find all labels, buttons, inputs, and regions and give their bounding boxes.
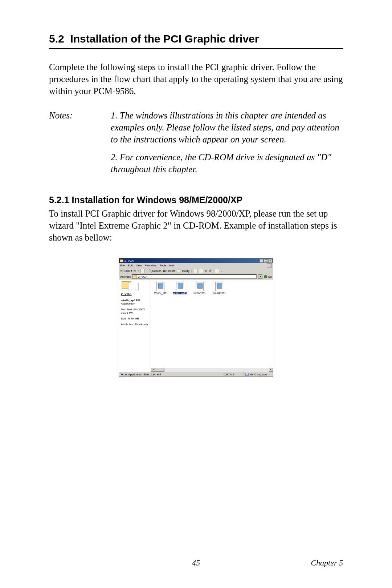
- copy-to-icon[interactable]: [199, 269, 203, 273]
- file-item-selected[interactable]: win2k_xp1332: [173, 282, 187, 294]
- notes-content: 1. The windows illustrations in this cha…: [111, 109, 343, 181]
- window-title: 2_VGA: [124, 259, 134, 262]
- scroll-track[interactable]: [155, 368, 269, 372]
- info-selected-type: Application: [121, 302, 135, 305]
- window-controls: _ ❐ ×: [260, 259, 272, 263]
- subsection-title-text: Installation for Windows 98/ME/2000/XP: [72, 195, 243, 205]
- up-button[interactable]: [140, 269, 145, 273]
- maximize-button[interactable]: ❐: [264, 259, 268, 263]
- status-size: 6.96 MB: [222, 372, 244, 376]
- undo-icon[interactable]: ↺: [209, 269, 211, 273]
- scroll-thumb[interactable]: [155, 368, 164, 372]
- file-icon: [215, 282, 223, 291]
- address-label: Address: [120, 275, 131, 278]
- explorer-body: 2_VGA win2k_xp1332Application Modified: …: [119, 279, 273, 372]
- address-folder-icon: [134, 275, 137, 278]
- info-folder-title: 2_VGA: [121, 292, 149, 296]
- status-location: My Computer: [244, 372, 273, 376]
- info-modified: Modified: 9/4/2003 10:03 PM: [121, 308, 149, 314]
- address-dropdown-button[interactable]: ▼: [258, 274, 262, 279]
- file-pane[interactable]: Win9x_ME win2k_xp1332 win9x1361 winnt413…: [151, 279, 273, 372]
- move-to-icon[interactable]: [193, 269, 197, 273]
- subsection-number: 5.2.1: [49, 195, 69, 205]
- status-type: Type: Application Size: 6.96 MB: [119, 372, 222, 376]
- menu-bar: File Edit View Favorites Tools Help: [119, 263, 273, 268]
- address-bar: Address 2_VGA ▼ Go: [119, 274, 273, 279]
- address-value: 2_VGA: [138, 275, 147, 278]
- address-input[interactable]: 2_VGA: [132, 274, 257, 279]
- back-button[interactable]: ⇦ Back ▾: [120, 269, 132, 273]
- file-icon: [196, 282, 204, 291]
- subsection-body: To install PCI Graphic driver for Window…: [49, 208, 343, 243]
- chapter-label: Chapter 5: [299, 558, 343, 568]
- go-icon: [264, 275, 267, 278]
- note-item-2: 2. For convenience, the CD-ROM drive is …: [111, 151, 343, 175]
- section-number: 5.2: [49, 33, 64, 45]
- file-label: win2k_xp1332: [173, 292, 187, 294]
- info-size: Size: 6.96 MB: [121, 317, 149, 320]
- menu-tools[interactable]: Tools: [160, 264, 167, 267]
- notes-block: Notes: 1. The windows illustrations in t…: [49, 109, 343, 181]
- file-icon: [176, 282, 184, 291]
- menu-view[interactable]: View: [136, 264, 142, 267]
- section-title-text: Installation of the PCI Graphic driver: [70, 33, 259, 45]
- section-intro: Complete the following steps to install …: [49, 61, 343, 97]
- file-label: winnt41361: [212, 292, 226, 294]
- go-button[interactable]: Go: [264, 275, 272, 278]
- page-number: 45: [93, 558, 299, 568]
- status-bar: Type: Application Size: 6.96 MB 6.96 MB …: [119, 372, 273, 376]
- close-button[interactable]: ×: [268, 259, 272, 263]
- search-button[interactable]: 🔍Search: [148, 269, 161, 273]
- explorer-window: 2_VGA _ ❐ × File Edit View Favorites Too…: [119, 258, 273, 377]
- minimize-button[interactable]: _: [260, 259, 264, 263]
- window-titlebar[interactable]: 2_VGA _ ❐ ×: [119, 258, 273, 263]
- computer-icon: [245, 373, 249, 376]
- delete-icon[interactable]: ✕: [205, 269, 207, 273]
- file-label: win9x1361: [192, 292, 207, 294]
- menu-logo-icon: [267, 263, 272, 267]
- history-button[interactable]: 🕓History: [177, 269, 189, 273]
- scroll-left-button[interactable]: ◂: [151, 368, 155, 372]
- page-footer: 45 Chapter 5: [0, 558, 392, 568]
- info-selected-name: win2k_xp1332: [121, 299, 140, 302]
- subsection-heading: 5.2.1 Installation for Windows 98/ME/200…: [49, 195, 343, 205]
- scroll-right-button[interactable]: ▸: [269, 368, 273, 372]
- file-item[interactable]: Win9x_ME: [153, 282, 168, 294]
- file-item[interactable]: winnt41361: [212, 282, 226, 294]
- info-attrs: Attributes: Read-only: [121, 323, 149, 326]
- file-item[interactable]: win9x1361: [192, 282, 207, 294]
- screenshot-figure: 2_VGA _ ❐ × File Edit View Favorites Too…: [49, 258, 343, 377]
- views-icon[interactable]: [215, 269, 219, 273]
- menu-file[interactable]: File: [120, 264, 125, 267]
- horizontal-scrollbar[interactable]: ◂ ▸: [151, 368, 273, 372]
- notes-label: Notes:: [49, 109, 111, 181]
- toolbar: ⇦ Back ▾ ⇨ ▾ | 🔍Search 🗂Folders 🕓History…: [119, 268, 273, 274]
- note-item-1: 1. The windows illustrations in this cha…: [111, 109, 343, 145]
- info-pane: 2_VGA win2k_xp1332Application Modified: …: [119, 279, 151, 372]
- file-label: Win9x_ME: [153, 292, 168, 294]
- section-heading: 5.2 Installation of the PCI Graphic driv…: [49, 33, 343, 49]
- menu-edit[interactable]: Edit: [128, 264, 133, 267]
- titlebar-folder-icon: [120, 259, 123, 262]
- menu-help[interactable]: Help: [169, 264, 175, 267]
- file-icon: [156, 282, 164, 291]
- menu-favorites[interactable]: Favorites: [145, 264, 157, 267]
- folders-button[interactable]: 🗂Folders: [163, 269, 176, 273]
- info-folder-icon: [121, 281, 149, 292]
- forward-button[interactable]: ⇨: [134, 269, 136, 273]
